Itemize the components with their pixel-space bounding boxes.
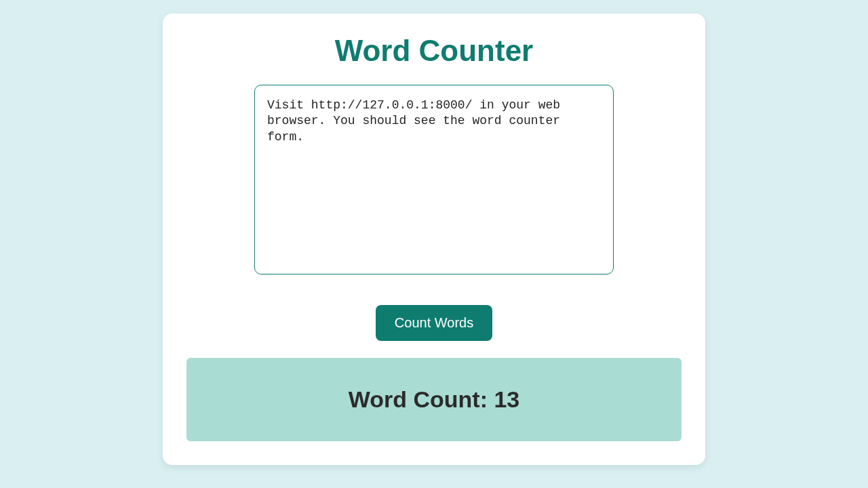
word-count-result: Word Count: 13: [200, 386, 668, 413]
text-input[interactable]: [254, 85, 614, 274]
page-title: Word Counter: [186, 34, 682, 68]
count-words-button[interactable]: Count Words: [376, 305, 492, 341]
result-panel: Word Count: 13: [186, 358, 682, 441]
word-counter-card: Word Counter Count Words Word Count: 13: [163, 14, 705, 465]
textarea-container: [186, 85, 682, 274]
